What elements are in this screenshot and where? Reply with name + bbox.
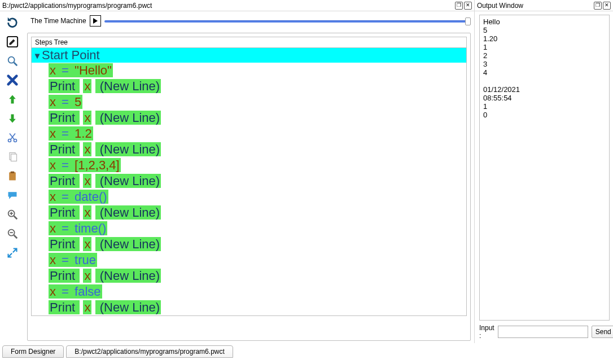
time-machine-label: The Time Machine [27, 17, 86, 25]
step-row[interactable]: x = "Hello" [49, 63, 466, 78]
time-machine-bar: The Time Machine [27, 14, 471, 28]
bottom-tab-bar: Form Designer B:/pwct2/applications/mypr… [0, 343, 613, 358]
left-toolbar [0, 11, 25, 343]
step-row[interactable]: Print x (New Line) [49, 110, 466, 126]
output-title: Output Window [477, 2, 523, 10]
tab-file[interactable]: B:/pwct2/applications/myprograms/program… [66, 345, 233, 358]
step-row[interactable]: Print x (New Line) [49, 268, 466, 284]
step-row[interactable]: x = time() [49, 221, 466, 236]
input-label: Input : [479, 324, 494, 340]
output-close-button[interactable]: ✕ [603, 2, 611, 10]
expand-icon[interactable] [6, 246, 19, 260]
input-field[interactable] [498, 326, 588, 338]
main-close-button[interactable]: ✕ [464, 2, 472, 10]
play-button[interactable] [90, 15, 101, 27]
step-row[interactable]: x = true [49, 252, 466, 268]
output-titlebar: Output Window ❐ ✕ [474, 0, 613, 11]
refresh-icon[interactable] [6, 16, 19, 29]
output-text[interactable]: Hello 5 1.20 1 2 3 4 01/12/2021 08:55:54… [479, 15, 610, 321]
input-row: Input : Send [479, 324, 610, 340]
steps-tree[interactable]: ▾ Start Point x = "Hello"Print x (New Li… [31, 48, 467, 316]
collapse-icon[interactable]: ▾ [35, 50, 40, 61]
time-machine-slider[interactable] [104, 16, 471, 25]
svg-line-2 [14, 63, 17, 66]
delete-x-icon[interactable] [6, 73, 19, 87]
svg-line-10 [14, 216, 17, 220]
copy-icon[interactable] [6, 150, 19, 164]
step-row[interactable]: x = 5 [49, 94, 466, 110]
step-row[interactable]: x = 1.2 [49, 126, 466, 142]
step-row[interactable]: Print x (New Line) [49, 300, 466, 315]
tab-form-designer[interactable]: Form Designer [2, 345, 64, 358]
comment-icon[interactable] [6, 188, 19, 202]
main-title: B:/pwct2/applications/myprograms/program… [2, 2, 152, 10]
arrow-up-icon[interactable] [6, 93, 19, 106]
main-titlebar: B:/pwct2/applications/myprograms/program… [0, 0, 474, 11]
step-row[interactable]: Print x (New Line) [49, 236, 466, 252]
svg-line-12 [14, 235, 17, 239]
arrow-down-icon[interactable] [6, 112, 19, 125]
send-button[interactable]: Send [592, 326, 613, 338]
svg-rect-8 [11, 172, 15, 173]
step-row[interactable]: Print x (New Line) [49, 205, 466, 221]
step-row[interactable]: Print x (New Line) [49, 173, 466, 189]
steps-tree-header: Steps Tree [31, 37, 467, 48]
step-row[interactable]: Print x (New Line) [49, 142, 466, 157]
main-restore-button[interactable]: ❐ [455, 2, 463, 10]
step-row[interactable]: x = [1,2,3,4] [49, 157, 466, 173]
start-point-label: Start Point [42, 48, 100, 63]
start-point-row[interactable]: ▾ Start Point [32, 48, 466, 63]
zoom-icon[interactable] [6, 54, 19, 68]
step-row[interactable]: x = date() [49, 189, 466, 205]
editor-frame: Steps Tree ▾ Start Point x = "Hello"Prin… [27, 33, 471, 341]
step-row[interactable]: Print x (New Line) [49, 78, 466, 94]
zoom-in-icon[interactable] [6, 208, 19, 221]
paste-icon[interactable] [6, 169, 19, 183]
output-restore-button[interactable]: ❐ [594, 2, 602, 10]
svg-rect-7 [9, 172, 16, 180]
edit-icon[interactable] [6, 35, 19, 49]
step-row[interactable]: x = false [49, 284, 466, 300]
svg-point-1 [8, 57, 15, 63]
cut-icon[interactable] [6, 131, 19, 144]
svg-rect-6 [11, 154, 17, 161]
zoom-out-icon[interactable] [6, 227, 19, 240]
